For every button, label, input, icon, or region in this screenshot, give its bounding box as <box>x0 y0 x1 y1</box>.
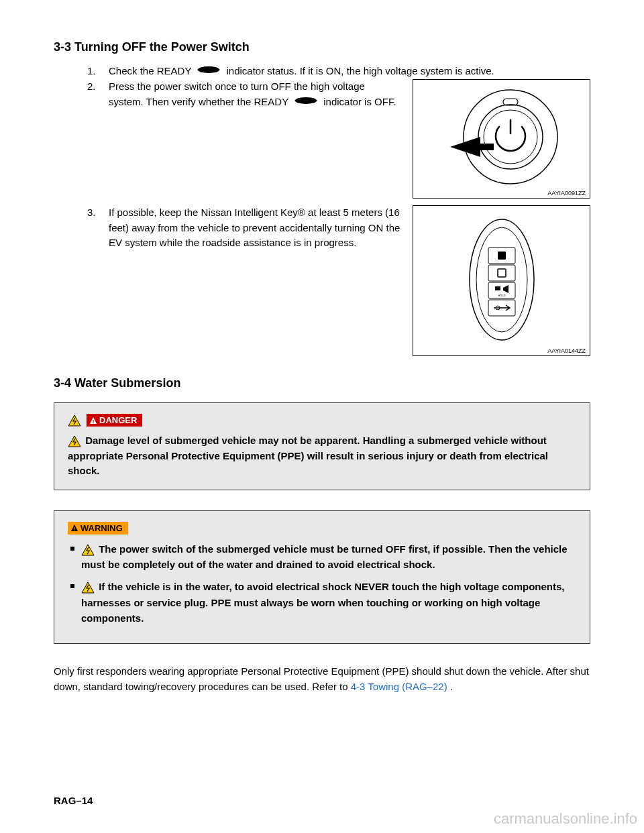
danger-header: ! DANGER <box>68 414 576 427</box>
section-3-4-heading: 3-4 Water Submersion <box>54 376 590 390</box>
svg-rect-16 <box>498 269 506 277</box>
step-1-text: Check the READY indicator status. If it … <box>109 64 590 79</box>
step-1-text-a: Check the READY <box>109 65 194 76</box>
ready-indicator-icon <box>196 64 221 80</box>
ready-indicator-icon-2 <box>293 95 319 111</box>
power-switch-illustration <box>413 80 591 199</box>
step-2-text: Press the power switch once to turn OFF … <box>109 79 400 110</box>
warning-box: ! WARNING The power switch of the submer… <box>54 510 590 644</box>
page-number: RAG–14 <box>54 795 93 806</box>
svg-marker-1 <box>197 67 201 72</box>
hv-triangle-icon-w2 <box>81 581 95 594</box>
step-3-row: 3. If possible, keep the Nissan Intellig… <box>54 205 590 356</box>
step-1-text-b: indicator status. If it is ON, the high … <box>226 65 494 76</box>
warning-item-1: The power switch of the submerged vehicl… <box>70 541 576 573</box>
warning-label: WARNING <box>80 523 123 533</box>
section-3-3-heading: 3-3 Turning OFF the Power Switch <box>54 40 590 54</box>
watermark: carmanualsonline.info <box>494 810 637 828</box>
closing-paragraph: Only first responders wearing appropriat… <box>54 664 590 694</box>
step-3-number: 3. <box>87 205 109 221</box>
svg-marker-27 <box>82 545 94 555</box>
warning-badge: ! WARNING <box>68 522 128 535</box>
svg-point-12 <box>476 227 527 332</box>
step-2-number: 2. <box>87 79 109 95</box>
step-2: 2. Press the power switch once to turn O… <box>87 79 400 110</box>
danger-box: ! DANGER Damage level of submerged vehic… <box>54 402 590 490</box>
bullet-icon <box>70 584 74 588</box>
danger-badge: ! DANGER <box>87 414 142 427</box>
danger-label: DANGER <box>99 415 137 425</box>
warning-header: ! WARNING <box>68 522 576 535</box>
warning-item-1-text: The power switch of the submerged vehicl… <box>81 543 568 570</box>
svg-marker-24 <box>68 436 80 447</box>
bullet-icon <box>70 547 74 551</box>
key-fob-illustration: HOLD <box>413 206 591 357</box>
svg-marker-10 <box>450 137 494 157</box>
hv-triangle-icon-inline <box>68 435 81 447</box>
warning-item-2-text: If the vehicle is in the water, to avoid… <box>81 581 565 624</box>
svg-rect-14 <box>498 252 506 260</box>
svg-rect-15 <box>488 265 515 281</box>
svg-text:!: ! <box>93 419 95 425</box>
hv-triangle-icon-w1 <box>81 544 95 556</box>
svg-point-8 <box>484 110 537 164</box>
svg-marker-21 <box>68 415 80 426</box>
step-3: 3. If possible, keep the Nissan Intellig… <box>87 205 400 251</box>
svg-point-6 <box>464 90 557 184</box>
hv-triangle-icon <box>68 414 81 427</box>
figure-power-switch: AAYIA0091ZZ <box>413 79 590 199</box>
figure-2-caption: AAYIA0144ZZ <box>547 347 586 354</box>
towing-link[interactable]: 4-3 Towing (RAG–22) <box>351 681 447 692</box>
danger-text: Damage level of submerged vehicle may no… <box>68 433 576 479</box>
svg-marker-2 <box>216 67 220 72</box>
figure-intelligent-key: HOLD AAYIA0144ZZ <box>413 205 590 356</box>
svg-text:HOLD: HOLD <box>498 294 505 297</box>
closing-paragraph-suffix: . <box>450 681 453 692</box>
step-1-number: 1. <box>87 64 109 79</box>
step-2-row: 2. Press the power switch once to turn O… <box>54 79 590 199</box>
svg-marker-5 <box>313 98 317 103</box>
svg-marker-28 <box>82 582 94 593</box>
svg-point-7 <box>478 105 543 169</box>
svg-point-11 <box>470 219 534 340</box>
figure-1-caption: AAYIA0091ZZ <box>547 190 586 197</box>
danger-body-text: Damage level of submerged vehicle may no… <box>68 435 548 476</box>
warning-list: The power switch of the submerged vehicl… <box>70 541 576 626</box>
svg-marker-4 <box>294 98 299 103</box>
closing-paragraph-text: Only first responders wearing appropriat… <box>54 665 589 692</box>
svg-text:!: ! <box>74 526 76 532</box>
step-1: 1. Check the READY indicator status. If … <box>87 64 590 79</box>
step-3-text: If possible, keep the Nissan Intelligent… <box>109 205 400 251</box>
warning-item-2: If the vehicle is in the water, to avoid… <box>70 579 576 626</box>
